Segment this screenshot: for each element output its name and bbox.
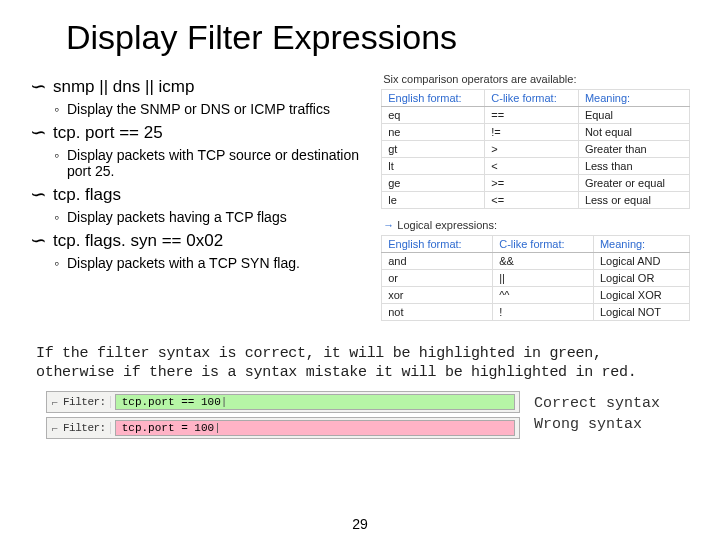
bullet-4-sub: Display packets with a TCP SYN flag. bbox=[54, 255, 371, 271]
legend-wrong: Wrong syntax bbox=[534, 415, 684, 435]
filter-value-bad: tcp.port = 100 bbox=[122, 422, 214, 434]
bullet-4-text: tcp. flags. syn == 0x02 bbox=[53, 231, 223, 251]
filter-bar-correct: ⌐ Filter: tcp.port == 100| bbox=[46, 391, 520, 413]
bullet-1: ∽ snmp || dns || icmp bbox=[30, 77, 371, 97]
bullet-4: ∽ tcp. flags. syn == 0x02 bbox=[30, 231, 371, 251]
bullet-3-text: tcp. flags bbox=[53, 185, 121, 205]
bullet-2-sub: Display packets with TCP source or desti… bbox=[54, 147, 371, 179]
bullet-3-sub-text: Display packets having a TCP flags bbox=[67, 209, 287, 225]
logical-caption-text: Logical expressions: bbox=[397, 219, 497, 231]
table-row: lt<Less than bbox=[382, 158, 690, 175]
bullet-2-text: tcp. port == 25 bbox=[53, 123, 163, 143]
table-row: ne!=Not equal bbox=[382, 124, 690, 141]
table-row: xor^^Logical XOR bbox=[382, 287, 690, 304]
bullet-3-sub: Display packets having a TCP flags bbox=[54, 209, 371, 225]
bullet-1-sub: Display the SNMP or DNS or ICMP traffics bbox=[54, 101, 371, 117]
table-row: or||Logical OR bbox=[382, 270, 690, 287]
bullet-marker: ∽ bbox=[30, 123, 47, 141]
right-column: Six comparison operators are available: … bbox=[381, 71, 690, 331]
table-row: and&&Logical AND bbox=[382, 253, 690, 270]
bullet-marker: ∽ bbox=[30, 77, 47, 95]
logical-caption: → Logical expressions: bbox=[383, 219, 690, 231]
col-english: English format: bbox=[382, 90, 485, 107]
bullet-2-sub-text: Display packets with TCP source or desti… bbox=[67, 147, 371, 179]
bullet-1-sub-text: Display the SNMP or DNS or ICMP traffics bbox=[67, 101, 330, 117]
logical-table: English format: C-like format: Meaning: … bbox=[381, 235, 690, 321]
filter-examples: ⌐ Filter: tcp.port == 100| ⌐ Filter: tcp… bbox=[46, 391, 520, 439]
col-meaning: Meaning: bbox=[578, 90, 689, 107]
filter-input-correct[interactable]: tcp.port == 100| bbox=[115, 394, 515, 410]
subbullet-marker bbox=[54, 147, 59, 163]
hook-icon: ⌐ bbox=[49, 393, 61, 411]
legend: Correct syntax Wrong syntax bbox=[534, 391, 684, 439]
comparison-caption: Six comparison operators are available: bbox=[383, 73, 690, 85]
arrow-icon: → bbox=[383, 219, 394, 231]
bullet-marker: ∽ bbox=[30, 231, 47, 249]
left-column: ∽ snmp || dns || icmp Display the SNMP o… bbox=[30, 71, 371, 331]
bullet-3: ∽ tcp. flags bbox=[30, 185, 371, 205]
col-english: English format: bbox=[382, 236, 493, 253]
legend-correct: Correct syntax bbox=[534, 394, 684, 414]
filter-bar-wrong: ⌐ Filter: tcp.port = 100| bbox=[46, 417, 520, 439]
table-row: ge>=Greater or equal bbox=[382, 175, 690, 192]
table-row: not!Logical NOT bbox=[382, 304, 690, 321]
filter-value-ok: tcp.port == 100 bbox=[122, 396, 221, 408]
filter-label: Filter: bbox=[63, 396, 111, 408]
table-row: eq==Equal bbox=[382, 107, 690, 124]
filter-label: Filter: bbox=[63, 422, 111, 434]
col-clike: C-like format: bbox=[485, 90, 579, 107]
hook-icon: ⌐ bbox=[49, 419, 61, 437]
col-clike: C-like format: bbox=[493, 236, 594, 253]
table-row: gt>Greater than bbox=[382, 141, 690, 158]
col-meaning: Meaning: bbox=[593, 236, 689, 253]
page-number: 29 bbox=[352, 516, 368, 532]
table-row: le<=Less or equal bbox=[382, 192, 690, 209]
bullet-4-sub-text: Display packets with a TCP SYN flag. bbox=[67, 255, 300, 271]
subbullet-marker bbox=[54, 255, 59, 271]
bullet-1-text: snmp || dns || icmp bbox=[53, 77, 194, 97]
filter-input-wrong[interactable]: tcp.port = 100| bbox=[115, 420, 515, 436]
subbullet-marker bbox=[54, 209, 59, 225]
page-title: Display Filter Expressions bbox=[66, 18, 690, 57]
comparison-table: English format: C-like format: Meaning: … bbox=[381, 89, 690, 209]
footnote: If the filter syntax is correct, it will… bbox=[30, 345, 690, 383]
bullet-marker: ∽ bbox=[30, 185, 47, 203]
bullet-2: ∽ tcp. port == 25 bbox=[30, 123, 371, 143]
subbullet-marker bbox=[54, 101, 59, 117]
